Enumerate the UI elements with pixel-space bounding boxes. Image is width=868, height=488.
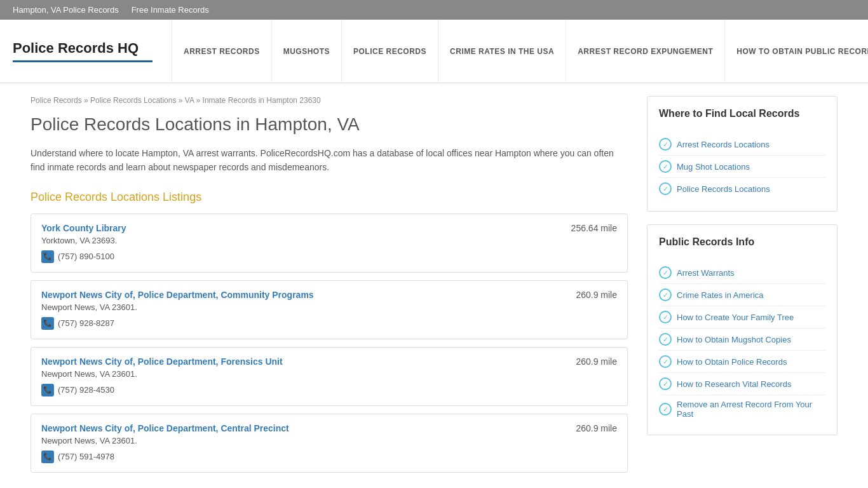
phone-icon: 📞 [41, 317, 54, 330]
location-card: Newport News City of, Police Department,… [31, 414, 628, 473]
phone-icon: 📞 [41, 250, 54, 263]
location-name: Newport News City of, Police Department,… [41, 423, 289, 433]
sidebar-local-link-2[interactable]: ✓Police Records Locations [659, 178, 825, 200]
check-icon: ✓ [659, 266, 672, 279]
listings-heading: Police Records Locations Listings [31, 191, 628, 204]
sidebar-link-label: Arrest Warrants [677, 268, 735, 278]
sidebar-link-label: How to Obtain Mugshot Copies [677, 335, 791, 344]
sidebar-public-link-4[interactable]: ✓How to Obtain Police Records [659, 351, 825, 373]
location-distance: 256.64 mile [571, 223, 617, 233]
phone-number: (757) 928-4530 [58, 385, 114, 395]
sidebar: Where to Find Local Records ✓Arrest Reco… [647, 96, 837, 480]
sidebar-link-label: Remove an Arrest Record From Your Past [677, 400, 825, 419]
breadcrumb-item-1[interactable]: Police Records Locations [90, 96, 176, 105]
sidebar-public-records-title: Public Records Info [659, 236, 825, 253]
phone-number: (757) 591-4978 [58, 452, 114, 461]
phone-number: (757) 890-5100 [58, 252, 114, 261]
location-distance: 260.9 mile [576, 423, 617, 433]
logo[interactable]: Police Records HQ [13, 40, 153, 62]
topbar-link-0[interactable]: Hampton, VA Police Records [13, 5, 119, 15]
header: Police Records HQ ARREST RECORDSMUGSHOTS… [0, 20, 868, 83]
location-name: Newport News City of, Police Department,… [41, 290, 314, 300]
check-icon: ✓ [659, 160, 672, 173]
location-phone[interactable]: 📞 (757) 928-8287 [41, 317, 617, 330]
check-icon: ✓ [659, 138, 672, 151]
sidebar-local-records-title: Where to Find Local Records [659, 108, 825, 125]
top-bar: Hampton, VA Police Records Free Inmate R… [0, 0, 868, 20]
sidebar-local-link-1[interactable]: ✓Mug Shot Locations [659, 156, 825, 178]
check-icon: ✓ [659, 355, 672, 368]
check-icon: ✓ [659, 311, 672, 323]
main-container: Police Records » Police Records Location… [18, 83, 850, 488]
nav-item-3[interactable]: CRIME RATES IN THE USA [438, 20, 566, 83]
location-address: Newport News, VA 23601. [41, 302, 617, 312]
sidebar-link-label: How to Obtain Police Records [677, 357, 787, 367]
sidebar-public-link-1[interactable]: ✓Crime Rates in America [659, 284, 825, 306]
sidebar-public-link-6[interactable]: ✓Remove an Arrest Record From Your Past [659, 395, 825, 423]
nav-item-0[interactable]: ARREST RECORDS [172, 20, 272, 83]
location-distance: 260.9 mile [576, 356, 617, 367]
breadcrumb-item-0[interactable]: Police Records [31, 96, 82, 105]
location-phone[interactable]: 📞 (757) 591-4978 [41, 451, 617, 463]
page-description: Understand where to locate Hampton, VA a… [31, 146, 628, 175]
check-icon: ✓ [659, 403, 672, 416]
nav-item-2[interactable]: POLICE RECORDS [342, 20, 438, 83]
sidebar-local-links: ✓Arrest Records Locations✓Mug Shot Locat… [659, 133, 825, 200]
location-address: Yorktown, VA 23693. [41, 236, 617, 245]
sidebar-local-link-0[interactable]: ✓Arrest Records Locations [659, 133, 825, 156]
sidebar-public-link-2[interactable]: ✓How to Create Your Family Tree [659, 306, 825, 329]
sidebar-link-label: Crime Rates in America [677, 290, 764, 300]
check-icon: ✓ [659, 377, 672, 390]
sidebar-public-records: Public Records Info ✓Arrest Warrants✓Cri… [647, 224, 837, 435]
sidebar-public-link-0[interactable]: ✓Arrest Warrants [659, 262, 825, 284]
breadcrumb-item-2[interactable]: VA [185, 96, 194, 105]
breadcrumb: Police Records » Police Records Location… [31, 96, 628, 105]
location-card: York County Library 256.64 mile Yorktown… [31, 214, 628, 273]
sidebar-link-label: How to Create Your Family Tree [677, 313, 794, 322]
check-icon: ✓ [659, 182, 672, 195]
check-icon: ✓ [659, 288, 672, 301]
breadcrumb-item-3[interactable]: Inmate Records in Hampton 23630 [203, 96, 321, 105]
location-name: Newport News City of, Police Department,… [41, 356, 283, 367]
nav-item-1[interactable]: MUGSHOTS [272, 20, 342, 83]
page-title: Police Records Locations in Hampton, VA [31, 114, 628, 135]
sidebar-public-link-3[interactable]: ✓How to Obtain Mugshot Copies [659, 329, 825, 351]
sidebar-link-label: Arrest Records Locations [677, 140, 770, 149]
nav-item-4[interactable]: ARREST RECORD EXPUNGEMENT [566, 20, 725, 83]
nav-item-5[interactable]: HOW TO OBTAIN PUBLIC RECORDS [725, 20, 868, 83]
location-address: Newport News, VA 23601. [41, 436, 617, 445]
phone-icon: 📞 [41, 451, 54, 463]
sidebar-public-link-5[interactable]: ✓How to Research Vital Records [659, 373, 825, 395]
content-area: Police Records » Police Records Location… [31, 96, 628, 480]
main-nav: ARREST RECORDSMUGSHOTSPOLICE RECORDSCRIM… [172, 20, 868, 83]
check-icon: ✓ [659, 333, 672, 346]
location-address: Newport News, VA 23601. [41, 369, 617, 379]
location-phone[interactable]: 📞 (757) 890-5100 [41, 250, 617, 263]
sidebar-public-links: ✓Arrest Warrants✓Crime Rates in America✓… [659, 262, 825, 423]
location-distance: 260.9 mile [576, 290, 617, 300]
location-card: Newport News City of, Police Department,… [31, 347, 628, 406]
sidebar-link-label: Mug Shot Locations [677, 162, 750, 172]
topbar-link-1[interactable]: Free Inmate Records [132, 5, 209, 15]
location-card: Newport News City of, Police Department,… [31, 280, 628, 339]
phone-number: (757) 928-8287 [58, 318, 114, 328]
sidebar-link-label: Police Records Locations [677, 184, 770, 194]
sidebar-link-label: How to Research Vital Records [677, 379, 791, 389]
location-phone[interactable]: 📞 (757) 928-4530 [41, 384, 617, 396]
sidebar-local-records: Where to Find Local Records ✓Arrest Reco… [647, 96, 837, 212]
location-list: York County Library 256.64 mile Yorktown… [31, 214, 628, 473]
phone-icon: 📞 [41, 384, 54, 396]
location-name: York County Library [41, 223, 126, 233]
